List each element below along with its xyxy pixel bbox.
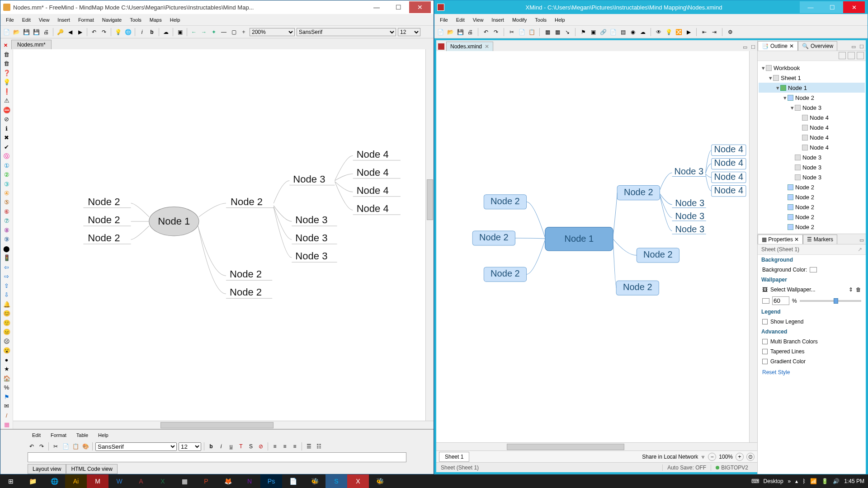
xm-menu-modify[interactable]: Modify — [509, 16, 530, 23]
redo-icon[interactable]: ↷ — [100, 28, 108, 36]
chrome-icon[interactable]: 🌐 — [43, 474, 65, 488]
star-icon[interactable]: ★ — [2, 365, 11, 373]
xm-settings-icon[interactable]: ⚙ — [726, 28, 734, 36]
outline-tool-2[interactable] — [848, 52, 855, 59]
cut2-icon[interactable]: ✂ — [52, 442, 60, 450]
menu-tools[interactable]: Tools — [126, 16, 145, 23]
menu-navigate[interactable]: Navigate — [99, 16, 125, 23]
fontred-icon[interactable]: T — [237, 442, 245, 450]
xm-close-button[interactable]: ✕ — [843, 1, 865, 13]
outline-row[interactable]: Node 3 — [759, 162, 865, 172]
xm-r0[interactable]: Node 2 — [624, 187, 653, 197]
windows-taskbar[interactable]: ⊞ 📁 🌐 Ai M W A X ▦ P 🦊 N Ps 📄 🐝 S X 🐝 ⌨ … — [0, 474, 868, 488]
black-icon[interactable]: ⬤ — [2, 244, 11, 253]
skype-icon[interactable]: S — [326, 474, 347, 488]
maximize-button[interactable]: ☐ — [387, 1, 409, 13]
stop-icon[interactable]: ⛔ — [2, 106, 11, 114]
tray-battery-icon[interactable]: 🔋 — [821, 478, 828, 484]
n3-icon[interactable]: ③ — [2, 180, 11, 188]
hline-icon[interactable]: — — [220, 28, 228, 36]
illustrator-icon[interactable]: Ai — [65, 474, 87, 488]
menu-format[interactable]: Format — [75, 16, 98, 23]
tray-up-icon[interactable]: ▴ — [795, 478, 798, 484]
fm-left-2[interactable]: Node 2 — [88, 232, 120, 244]
outline-row[interactable]: ▾Node 1 — [759, 83, 865, 93]
outline-row[interactable]: Node 2 — [759, 182, 865, 192]
outline-row[interactable]: Node 4 — [759, 142, 865, 152]
zoom-select[interactable]: 200% — [250, 28, 295, 36]
xm-l0[interactable]: Node 2 — [491, 196, 520, 206]
excel-icon[interactable]: X — [152, 474, 174, 488]
fm-n4-0[interactable]: Node 4 — [357, 149, 389, 160]
notepad-icon[interactable]: 📄 — [282, 474, 304, 488]
xm-open-icon[interactable]: 📂 — [446, 28, 454, 36]
reset-style-link[interactable]: Reset Style — [758, 366, 866, 378]
close-button[interactable]: ✕ — [409, 1, 431, 13]
tab-layout-view[interactable]: Layout view — [28, 464, 66, 474]
onenote-icon[interactable]: N — [239, 474, 260, 488]
cb-showlegend[interactable] — [762, 319, 768, 324]
list1-icon[interactable]: ☰ — [305, 442, 313, 450]
select-wallpaper[interactable]: Select Wallpaper... — [770, 286, 816, 293]
freemind-titlebar[interactable]: Nodes.mm* - FreeMind - MindMap Mode C:\U… — [0, 0, 434, 14]
n7-icon[interactable]: ⑦ — [2, 217, 11, 225]
redo2-icon[interactable]: ↷ — [38, 442, 46, 450]
undo-icon[interactable]: ↶ — [90, 28, 98, 36]
xm-min-button[interactable]: — — [800, 1, 821, 13]
filter-icon[interactable]: ▿ — [702, 454, 704, 460]
tray-chevron-icon[interactable]: » — [788, 478, 791, 484]
home-icon[interactable]: 🏠 — [2, 374, 11, 382]
outline-tree[interactable]: ▾Workbook▾Sheet 1▾Node 1▾Node 2▾Node 3No… — [758, 61, 866, 234]
freemind-canvas[interactable]: Node 1 Node 2 Node 2 Node 2 — [13, 49, 425, 421]
print-icon[interactable]: 🖨 — [42, 28, 50, 36]
font-select[interactable]: SansSerif — [297, 28, 396, 36]
color-icon[interactable]: ▣ — [176, 28, 184, 36]
n6-icon[interactable]: ⑥ — [2, 207, 11, 216]
smile5-icon[interactable]: 😮 — [2, 347, 11, 355]
cut-icon[interactable]: 🔑 — [56, 28, 64, 36]
minimize-button[interactable]: — — [366, 1, 387, 13]
n8-icon[interactable]: ⑧ — [2, 226, 11, 234]
list2-icon[interactable]: ☷ — [315, 442, 323, 450]
copy2-icon[interactable]: 📄 — [61, 442, 70, 450]
saveas-icon[interactable]: 💾 — [32, 28, 40, 36]
xm-l2[interactable]: Node 2 — [491, 268, 520, 278]
next-icon[interactable]: ▶ — [76, 28, 84, 36]
smile3-icon[interactable]: 😐 — [2, 328, 11, 336]
save-icon[interactable]: 💾 — [22, 28, 30, 36]
tab-nodes-mm[interactable]: Nodes.mm* — [11, 40, 52, 49]
smile2-icon[interactable]: 🙂 — [2, 319, 11, 327]
xm-note-icon[interactable]: 📄 — [609, 28, 617, 36]
tab-max-icon[interactable]: ☐ — [749, 43, 757, 51]
xm-n4-3[interactable]: Node 4 — [714, 185, 744, 195]
xm-sheet-icon[interactable]: ▤ — [619, 28, 627, 36]
wp-delete-icon[interactable]: 🗑 — [856, 286, 861, 293]
tab-min-icon[interactable]: ▭ — [741, 43, 749, 51]
bgcolor-swatch[interactable] — [810, 267, 817, 272]
fm-n3-2[interactable]: Node 3 — [295, 250, 327, 262]
xm-pres-icon[interactable]: ▶ — [684, 28, 693, 36]
xm-cloud-icon[interactable]: ☁ — [639, 28, 647, 36]
wp-opacity-input[interactable] — [772, 296, 789, 305]
fm-n3[interactable]: Node 3 — [293, 174, 325, 185]
wp-updown-icon[interactable]: ⇕ — [849, 286, 853, 293]
zoom-in-button[interactable]: + — [736, 453, 744, 461]
freemind-taskbar-icon[interactable]: 🐝 — [369, 474, 391, 488]
cb-mbc[interactable] — [762, 339, 768, 344]
square-icon[interactable]: ▢ — [230, 28, 238, 36]
xm-cut-icon[interactable]: ✂ — [508, 28, 516, 36]
menu-edit[interactable]: Edit — [19, 16, 34, 23]
left-icon[interactable]: ← — [190, 28, 198, 36]
note-menu-format[interactable]: Format — [46, 432, 71, 439]
idea-icon[interactable]: 💡 — [114, 28, 122, 36]
align-r-icon[interactable]: ≡ — [291, 442, 299, 450]
align-c-icon[interactable]: ≡ — [281, 442, 289, 450]
xm-root[interactable]: Node 1 — [565, 234, 594, 244]
trash2-icon[interactable]: 🗑 — [2, 59, 11, 67]
n5-icon[interactable]: ⑤ — [2, 198, 11, 206]
app-icon[interactable]: 🐝 — [304, 474, 326, 488]
info-icon[interactable]: ℹ — [2, 124, 11, 132]
xm-vscrollbar[interactable] — [749, 51, 757, 442]
fm-root-node[interactable]: Node 1 — [158, 216, 190, 227]
smile4-icon[interactable]: ☹ — [2, 337, 11, 345]
